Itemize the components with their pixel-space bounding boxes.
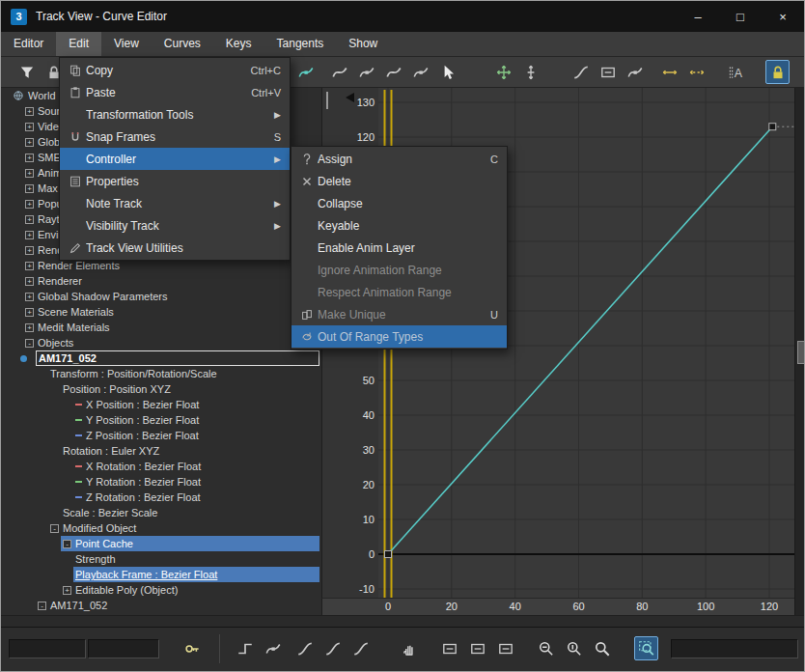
expand-box-icon[interactable]: + [25, 215, 34, 224]
tree-item-modified-object-28[interactable]: -Modified Object [1, 520, 321, 536]
move-keys-vertical-button[interactable] [518, 60, 542, 84]
tree-item-am171-052-33[interactable]: -AM171_052 [1, 598, 321, 613]
isolate-curve-button[interactable] [493, 636, 517, 660]
ease-curve-button[interactable] [569, 60, 593, 84]
menu-item-delete[interactable]: Delete [291, 170, 507, 192]
edit-keys-mode-button[interactable] [293, 60, 318, 84]
pan-tool-button[interactable] [397, 636, 421, 660]
region-keys-tool-button[interactable] [596, 60, 620, 84]
menu-item-snap-frames[interactable]: Snap FramesS [60, 126, 290, 148]
menu-item-copy[interactable]: CopyCtrl+C [60, 59, 290, 81]
key-stats-button[interactable]: A [723, 60, 747, 84]
tree-item-editable-poly-object-32[interactable]: +Editable Poly (Object) [1, 582, 321, 598]
tree-item-point-cache-29[interactable]: -Point Cache [1, 536, 321, 551]
expand-box-icon[interactable]: + [25, 293, 34, 301]
zoom-tool-button[interactable] [590, 636, 614, 660]
tree-item-x-rotation-bezier-float-24[interactable]: X Rotation : Bezier Float [1, 459, 321, 474]
collapse-box-icon[interactable]: - [38, 602, 46, 610]
key-time-field[interactable] [9, 639, 86, 658]
menu-item-out-of-range-types[interactable]: Out Of Range Types [291, 325, 507, 348]
tree-item-renderer-12[interactable]: +Renderer [1, 273, 321, 289]
zoom-values-button[interactable] [562, 636, 586, 660]
tangent-slow-button[interactable] [320, 636, 345, 660]
menu-item-properties[interactable]: Properties [60, 170, 290, 192]
time-ruler[interactable]: 020406080100120 [321, 598, 794, 615]
menubar-item-keys[interactable]: Keys [213, 32, 264, 56]
tree-item-scale-bezier-scale-27[interactable]: Scale : Bezier Scale [1, 505, 321, 520]
move-keys-curve-button[interactable] [381, 60, 405, 84]
tree-item-position-position-xyz-19[interactable]: Position : Position XYZ [1, 381, 321, 397]
tree-item-z-position-bezier-float-22[interactable]: Z Position : Bezier Float [1, 428, 321, 443]
tree-item-objects-16[interactable]: -Objects [1, 335, 321, 350]
lock-tangents-button[interactable] [233, 636, 257, 660]
menu-item-ignore-animation-range[interactable]: Ignore Animation Range [291, 259, 507, 281]
menubar-item-tangents[interactable]: Tangents [264, 32, 337, 56]
slide-keys-button[interactable] [408, 60, 432, 84]
menu-item-enable-anim-layer[interactable]: Enable Anim Layer [291, 237, 507, 259]
tangent-smooth-button[interactable] [348, 636, 373, 660]
draw-curves-button[interactable] [327, 60, 351, 84]
menubar-item-editor[interactable]: Editor [1, 32, 56, 56]
menu-item-paste[interactable]: PasteCtrl+V [60, 81, 290, 103]
vertical-scrollbar[interactable] [794, 88, 805, 615]
retime-range-button[interactable] [684, 60, 708, 84]
track-info-field[interactable] [671, 639, 798, 658]
menu-item-respect-animation-range[interactable]: Respect Animation Range [291, 281, 507, 303]
auto-tangents-button[interactable] [261, 636, 285, 660]
tree-item-scene-materials-14[interactable]: +Scene Materials [1, 304, 321, 320]
tree-item-x-position-bezier-float-20[interactable]: X Position : Bezier Float [1, 397, 321, 412]
move-keys-button[interactable] [491, 60, 515, 84]
expand-box-icon[interactable]: + [63, 586, 71, 595]
expand-box-icon[interactable]: + [25, 107, 34, 116]
tree-item-y-position-bezier-float-21[interactable]: Y Position : Bezier Float [1, 412, 321, 428]
menu-item-track-view-utilities[interactable]: Track View Utilities [60, 237, 290, 259]
menu-item-note-track[interactable]: Note Track▶ [60, 192, 290, 214]
menu-item-controller[interactable]: Controller▶ [60, 148, 290, 170]
collapse-box-icon[interactable]: - [50, 524, 59, 533]
menu-item-collapse[interactable]: Collapse [291, 192, 507, 214]
menubar-item-show[interactable]: Show [336, 32, 390, 56]
expand-box-icon[interactable]: + [25, 277, 34, 286]
tree-item-strength-30[interactable]: Strength [1, 551, 321, 567]
tree-item-playback-frame-bezier-float-31[interactable]: Playback Frame : Bezier Float [1, 567, 321, 582]
tree-item-medit-materials-15[interactable]: +Medit Materials [1, 320, 321, 335]
expand-box-icon[interactable]: + [25, 246, 34, 255]
tree-item-global-shadow-parameters-13[interactable]: +Global Shadow Parameters [1, 289, 321, 304]
tree-item-transform-position-rotation-scale-18[interactable]: Transform : Position/Rotation/Scale [1, 366, 321, 381]
zoom-time-button[interactable] [534, 636, 558, 660]
expand-box-icon[interactable]: + [25, 184, 34, 193]
expand-box-icon[interactable]: + [25, 200, 34, 209]
add-keys-button[interactable] [354, 60, 378, 84]
expand-box-icon[interactable]: + [25, 154, 34, 162]
close-button[interactable]: × [762, 1, 804, 32]
menu-item-assign[interactable]: AssignC [291, 148, 507, 170]
tree-item-y-rotation-bezier-float-25[interactable]: Y Rotation : Bezier Float [1, 474, 321, 490]
expand-box-icon[interactable]: + [25, 138, 34, 147]
expand-box-icon[interactable]: + [25, 169, 34, 178]
show-keys-button[interactable] [180, 636, 205, 660]
select-tool-button[interactable] [435, 60, 459, 84]
minimize-button[interactable]: – [677, 1, 719, 32]
tree-item-am171-052-17[interactable]: AM171_052 [1, 350, 321, 366]
menubar-item-curves[interactable]: Curves [152, 32, 213, 56]
zoom-region-tool-button[interactable] [634, 636, 658, 660]
frame-value-extents-button[interactable] [465, 636, 489, 660]
retime-tool-button[interactable] [657, 60, 681, 84]
menu-item-visibility-track[interactable]: Visibility Track▶ [60, 214, 290, 237]
expand-box-icon[interactable]: + [25, 262, 34, 270]
vertical-scrollbar-thumb[interactable] [797, 341, 805, 364]
key-value-field[interactable] [88, 639, 159, 658]
tree-item-rotation-euler-xyz-23[interactable]: Rotation : Euler XYZ [1, 443, 321, 459]
expand-box-icon[interactable]: + [25, 231, 34, 239]
tangent-ease-button[interactable] [292, 636, 317, 660]
lock-tangents-toggle-button[interactable] [765, 60, 790, 84]
frame-horizontal-extents-button[interactable] [437, 636, 461, 660]
menu-item-transformation-tools[interactable]: Transformation Tools▶ [60, 103, 290, 126]
expand-box-icon[interactable]: + [25, 323, 34, 332]
menubar-item-edit[interactable]: Edit [56, 32, 101, 56]
collapse-box-icon[interactable]: - [25, 339, 34, 348]
menu-item-keyable[interactable]: Keyable [291, 214, 507, 237]
collapse-box-icon[interactable]: - [63, 540, 71, 548]
filter-tracks-button[interactable] [14, 60, 39, 84]
expand-box-icon[interactable]: + [25, 308, 34, 317]
